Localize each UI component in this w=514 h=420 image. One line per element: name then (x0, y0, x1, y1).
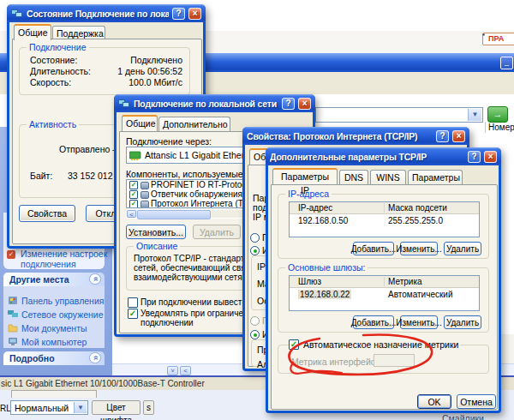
ip-cell[interactable]: 192.168.0.50 (298, 216, 348, 225)
dropdown-arrow-icon[interactable]: ▼ (74, 402, 87, 413)
component-checkbox[interactable] (129, 181, 138, 189)
metric-column-header[interactable]: Метрика (388, 277, 422, 286)
url-text-fragment: RL (0, 404, 11, 413)
use-dns-radio[interactable] (250, 330, 260, 339)
scroll-left-button[interactable]: < (180, 366, 191, 375)
help-button[interactable]: ? (172, 8, 185, 20)
ip-edit-button[interactable]: Изменить... (400, 242, 438, 255)
tab-dns[interactable]: DNS (339, 170, 368, 184)
cropped-panel (11, 390, 97, 398)
uninstall-button[interactable]: Удалить (193, 225, 241, 239)
close-button[interactable]: × (188, 8, 201, 20)
gateway-edit-button[interactable]: Изменить... (400, 315, 438, 329)
speed-value: 100.0 Мбит/с (128, 77, 182, 87)
description-group-title: Описание (134, 241, 180, 251)
sidebar-item-control-panel[interactable]: Панель управления (21, 296, 104, 306)
show-icon-checkbox[interactable] (128, 297, 138, 308)
go-arrow-icon: → (493, 109, 503, 119)
help-button[interactable]: ? (282, 98, 295, 110)
control-panel-icon (8, 295, 18, 305)
minimize-button[interactable]: _ (500, 57, 513, 69)
lan-connection-icon (118, 99, 130, 109)
ip-add-button[interactable]: Добавить... (353, 242, 394, 255)
notify-checkbox[interactable] (128, 309, 138, 319)
duration-value: 1 день 00:56:52 (117, 66, 182, 76)
collapse-chevron-icon[interactable] (89, 352, 101, 363)
tab-wins[interactable]: WINS (370, 170, 406, 184)
gateway-add-button[interactable]: Добавить... (353, 315, 394, 329)
table-column-header: Номер т (488, 123, 514, 132)
network-places-icon (8, 309, 18, 319)
content-edge-patch (501, 334, 514, 363)
advanced-dialog-titlebar[interactable]: Дополнительные параметры TCP/IP ? × (266, 147, 501, 165)
tab-general[interactable]: Общие (14, 24, 51, 40)
metric-cell[interactable]: Автоматический (388, 290, 453, 299)
status-dialog-title: Состояние Подключение по локальной сети (27, 9, 169, 19)
gateway-column-header[interactable]: Шлюз (298, 277, 321, 286)
tcpip-dialog-title: Свойства: Протокол Интернета (TCP/IP) (247, 131, 433, 141)
install-button[interactable]: Установить... (126, 225, 186, 239)
advanced-dialog-title: Дополнительные параметры TCP/IP (270, 152, 464, 162)
style-dropdown[interactable]: Нормальный ▼ (10, 400, 88, 415)
help-button[interactable]: ? (468, 151, 481, 163)
collapse-chevron-icon[interactable] (89, 273, 101, 285)
column-separator (485, 122, 486, 133)
obtain-dns-radio[interactable] (250, 316, 260, 326)
connect-via-label: Подключение через: (126, 136, 212, 147)
status-bar-text: sic L1 Gigabit Ethernet 10/100/1000Base-… (1, 379, 205, 388)
scroll-down-button[interactable]: ˅ (167, 366, 178, 375)
network-component-icon (140, 201, 149, 208)
close-button[interactable]: × (452, 130, 465, 142)
activity-group-title: Активность (27, 119, 79, 129)
mask-cell[interactable]: 255.255.255.0 (388, 216, 443, 225)
properties-button[interactable]: Свойства (19, 205, 75, 222)
tab-advanced[interactable]: Дополнительно (158, 117, 230, 131)
properties-dialog-titlebar[interactable]: Подключение по локальной сети - свойства… (114, 94, 315, 112)
search-combobox[interactable]: ▼ (315, 107, 483, 123)
mask-column-header[interactable]: Маска подсети (388, 203, 447, 213)
ip-remove-button[interactable]: Удалить (444, 242, 481, 255)
properties-dialog-title: Подключение по локальной сети - свойства (134, 99, 278, 109)
cancel-button[interactable]: Отмена (457, 394, 496, 409)
component-checkbox[interactable] (129, 200, 138, 208)
smilies-link[interactable]: Смайлики (442, 413, 484, 420)
tab-ip-settings[interactable]: Параметры IP (272, 168, 338, 184)
ip-addresses-group: IP-адреса IP-адрес Маска подсети 192.168… (278, 194, 489, 259)
go-button[interactable]: → (487, 106, 508, 123)
tab-general[interactable]: Общие (122, 115, 158, 131)
component-checkbox[interactable] (129, 190, 138, 199)
scroll-left-button[interactable]: < (127, 210, 136, 218)
tab-options[interactable]: Параметры (408, 170, 463, 184)
close-button[interactable]: × (484, 151, 497, 163)
anchor-mark-icon: * (482, 30, 485, 41)
obtain-ip-radio[interactable] (250, 233, 260, 243)
ip-column-header[interactable]: IP-адрес (298, 203, 332, 213)
gateways-list[interactable]: Шлюз Метрика 192.168.0.22 Автоматический (289, 275, 480, 311)
help-button[interactable]: ? (436, 130, 449, 142)
s-button[interactable]: s (143, 400, 154, 415)
change-settings-icon: ✓ (7, 250, 15, 259)
use-ip-radio[interactable] (250, 246, 260, 255)
sidebar-item-my-documents[interactable]: Мои документы (21, 323, 87, 333)
network-adapter-icon (129, 151, 142, 161)
change-settings-link[interactable]: Изменение настроек подключения (21, 249, 107, 269)
gateway-remove-button[interactable]: Удалить (444, 315, 481, 329)
close-button[interactable]: × (298, 98, 311, 110)
tcpip-dialog-titlebar[interactable]: Свойства: Протокол Интернета (TCP/IP) ? … (242, 127, 469, 145)
edit-page-button[interactable]: * ПРА (482, 33, 514, 45)
font-color-button[interactable]: Цвет шрифта (92, 400, 140, 415)
ok-button[interactable]: OK (417, 394, 451, 409)
ip-addresses-list[interactable]: IP-адрес Маска подсети 192.168.0.50 255.… (289, 201, 480, 237)
status-dialog-titlebar[interactable]: Состояние Подключение по локальной сети … (7, 4, 206, 22)
scrollbar-thumb[interactable] (137, 210, 211, 219)
sidebar-item-network-places[interactable]: Сетевое окружение (21, 309, 104, 320)
screenshot-root: * ПРА _ ▼ → Номер т ✓ Изменение настроек… (0, 0, 514, 420)
sent-label: Отправлено — (59, 144, 122, 154)
lan-connection-icon (11, 9, 23, 19)
other-places-panel: Панель управления Сетевое окружение Мои … (3, 286, 105, 348)
combobox-dropdown-icon[interactable]: ▼ (468, 109, 481, 121)
gateway-cell[interactable]: 192.168.0.22 (298, 290, 351, 299)
notify-label-line2: подключении (140, 318, 194, 327)
gateways-group-title: Основные шлюзы: (285, 262, 368, 273)
sidebar-item-my-computer[interactable]: Мой компьютер (21, 337, 87, 347)
